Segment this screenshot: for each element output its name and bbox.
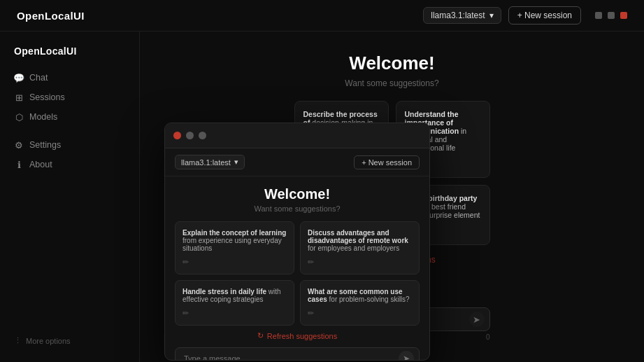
fg-card-3-icon: ✏ [308,309,412,318]
bg-maximize-button[interactable] [608,12,615,19]
more-options-icon: ⋮ [14,336,22,345]
fg-card-2[interactable]: Handle stress in daily life with effecti… [175,280,294,326]
fg-close-button[interactable] [173,132,181,139]
bg-sidebar-item-about[interactable]: ℹ About [0,155,139,174]
fg-card-3-text: for problem-solving skills? [329,295,410,303]
fg-message-input[interactable] [175,347,420,360]
fg-welcome-subtitle: Want some suggestions? [254,204,340,213]
bg-sidebar-models-label: Models [29,112,57,122]
bg-sidebar-chat-label: Chat [29,73,48,83]
fg-card-0-bold: Explain the concept of learning [183,229,286,237]
fg-window-controls [173,132,206,139]
sessions-icon: ⊞ [14,92,24,102]
fg-body: Welcome! Want some suggestions? Explain … [165,176,429,360]
fg-model-label: llama3.1:latest [181,158,231,167]
models-icon: ⬡ [14,112,24,122]
bg-model-chevron: ▾ [489,11,494,20]
fg-refresh-button[interactable]: ↻ Refresh suggestions [257,331,337,340]
fg-refresh-icon: ↻ [257,331,264,340]
fg-titlebar [165,123,429,148]
fg-maximize-button[interactable] [199,132,206,139]
fg-cards-grid: Explain the concept of learning from exp… [175,221,420,326]
fg-card-0[interactable]: Explain the concept of learning from exp… [175,221,294,274]
bg-sidebar-settings-label: Settings [29,140,61,150]
fg-card-1-bold: Discuss advantages and disadvantages of … [308,229,408,244]
fg-card-1-text: for employees and employers [308,244,399,252]
bg-more-options-label: More options [26,337,71,345]
fg-top-bar: llama3.1:latest ▾ + New session [165,148,429,176]
fg-input-area: ➤ 0 [175,347,420,360]
bg-sidebar: OpenLocalUI 💬 Chat ⊞ Sessions ⬡ Models ⚙… [0,32,140,362]
bg-sidebar-item-settings[interactable]: ⚙ Settings [0,135,139,155]
foreground-window: llama3.1:latest ▾ + New session Welcome!… [164,123,430,361]
bg-sidebar-about-label: About [29,160,52,169]
bg-sidebar-item-models[interactable]: ⬡ Models [0,107,139,127]
bg-close-button[interactable] [620,12,627,19]
bg-sidebar-sessions-label: Sessions [29,92,65,102]
bg-model-dropdown[interactable]: llama3.1:latest ▾ [423,7,501,24]
bg-new-session-button[interactable]: + New session [508,6,581,25]
fg-new-session-button[interactable]: + New session [354,155,420,169]
bg-welcome-title: Welcome! [349,53,434,74]
settings-icon: ⚙ [14,140,24,150]
chat-icon: 💬 [14,73,24,83]
bg-sidebar-item-sessions[interactable]: ⊞ Sessions [0,88,139,107]
fg-card-3[interactable]: What are some common use cases for probl… [300,280,420,326]
fg-card-2-icon: ✏ [183,309,287,318]
fg-card-0-text: from experience using everyday situation… [183,237,282,252]
bg-more-options-button[interactable]: ⋮ More options [0,328,139,354]
fg-card-0-icon: ✏ [183,258,287,267]
fg-model-chevron: ▾ [234,158,238,167]
fg-welcome-title: Welcome! [264,186,330,202]
bg-header: OpenLocalUI llama3.1:latest ▾ + New sess… [0,0,644,32]
bg-sidebar-title: OpenLocalUI [0,40,139,68]
fg-minimize-button[interactable] [186,132,194,139]
bg-sidebar-item-chat[interactable]: 💬 Chat [0,68,139,88]
bg-welcome-subtitle: Want some suggestions? [345,78,438,88]
bg-minimize-button[interactable] [595,12,602,19]
about-icon: ℹ [14,160,24,169]
fg-input-wrap: ➤ [175,347,420,360]
bg-model-label: llama3.1:latest [431,11,485,20]
fg-card-1[interactable]: Discuss advantages and disadvantages of … [300,221,420,274]
fg-card-2-bold: Handle stress in daily life [183,288,266,295]
fg-card-1-icon: ✏ [308,258,412,267]
fg-model-dropdown[interactable]: llama3.1:latest ▾ [175,155,245,169]
bg-app-name: OpenLocalUI [17,10,85,22]
fg-refresh-label: Refresh suggestions [267,332,337,340]
bg-send-button[interactable]: ➤ [469,312,485,327]
